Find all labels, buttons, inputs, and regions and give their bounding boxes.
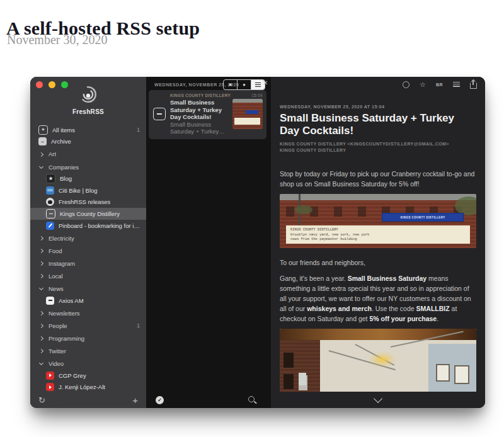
sidebar-item-companies[interactable]: Companies	[30, 161, 146, 173]
reader-view-icon[interactable]	[453, 82, 460, 87]
reader-sender-line1: KINGS COUNTY DISTILLERY <KINGSCOUNTYDIST…	[280, 141, 476, 147]
sidebar-item-label: Art	[49, 150, 56, 157]
sidebar-item-programming[interactable]: Programming	[30, 332, 146, 344]
sidebar-item-label: Local	[49, 273, 63, 280]
sidebar-item-video[interactable]: Video	[30, 358, 146, 370]
filter-unread-button[interactable]: ●	[237, 80, 251, 89]
sidebar-item-label: Newsletters	[49, 310, 80, 317]
reader-meta: WEDNESDAY, NOVEMBER 25, 2020 AT 15:04	[280, 105, 476, 109]
mark-read-icon[interactable]	[403, 81, 410, 88]
sidebar-item-all-items[interactable]: ⚑All items1	[30, 124, 146, 136]
minimize-window-button[interactable]	[49, 81, 55, 88]
sidebar-item-label: Axios AM	[59, 297, 84, 304]
chevron-right-icon[interactable]	[38, 310, 44, 316]
close-list-button[interactable]: ✕	[263, 79, 268, 86]
chevron-right-icon[interactable]	[38, 336, 44, 341]
article-time: 15:04	[251, 93, 263, 98]
mark-all-read-button[interactable]: ✓	[156, 396, 164, 404]
citibike-icon	[46, 186, 54, 195]
sidebar-item-kings-county-distillery[interactable]: Kings County Distillery	[30, 208, 146, 220]
freshrss-logo-icon	[77, 84, 99, 105]
sidebar-item-label: Instagram	[49, 260, 75, 267]
add-subscription-button[interactable]: +	[132, 395, 138, 406]
chevron-down-icon[interactable]	[374, 394, 382, 402]
bionic-reading-icon[interactable]: BR	[436, 82, 443, 87]
zoom-window-button[interactable]	[61, 81, 68, 88]
sidebar-item-news[interactable]: News	[30, 283, 146, 295]
sidebar-item-label: Video	[49, 360, 64, 367]
sidebar-item-label: Twitter	[49, 348, 66, 355]
article-list-column: ★ ● ✕ WEDNESDAY, NOVEMBER 25, 2020 KINGS…	[146, 77, 271, 408]
unread-count-badge: 1	[137, 127, 140, 133]
reader-footer	[271, 392, 485, 408]
tasting-room-image	[280, 329, 476, 392]
sidebar-item-j-kenji-l-pez-alt[interactable]: J. Kenji López-Alt	[30, 381, 146, 392]
favorite-icon[interactable]: ☆	[420, 81, 426, 88]
tray-icon: ⚑	[38, 125, 48, 135]
sidebar-item-newsletters[interactable]: Newsletters	[30, 307, 146, 319]
sidebar-item-label: Pinboard - bookmarking for introverts	[59, 222, 140, 229]
sidebar-item-art[interactable]: Art	[30, 149, 146, 161]
search-icon[interactable]	[248, 396, 255, 402]
sidebar-item-instagram[interactable]: Instagram	[30, 258, 146, 270]
github-icon	[46, 198, 54, 206]
filter-starred-button[interactable]: ★	[224, 80, 237, 89]
caption-line-3: news from the paymaster building	[290, 237, 466, 242]
chevron-down-icon[interactable]	[38, 361, 44, 366]
dash-box-icon	[46, 297, 54, 305]
chevron-right-icon[interactable]	[38, 151, 44, 157]
article-title: Small Business Saturday + Turkey Day Coc…	[170, 99, 229, 121]
chevron-down-icon[interactable]	[38, 164, 44, 170]
sidebar-item-twitter[interactable]: Twitter	[30, 345, 146, 357]
chevron-right-icon[interactable]	[38, 323, 44, 329]
sidebar-item-freshrss-releases[interactable]: FreshRSS releases	[30, 196, 146, 208]
sidebar-item-label: Citi Bike | Blog	[59, 187, 98, 194]
sidebar-item-label: News	[49, 285, 64, 292]
chevron-right-icon[interactable]	[38, 348, 44, 354]
sidebar-item-axios-am[interactable]: Axios AM	[30, 295, 146, 307]
sidebar-nav: ⚑All items1–ArchiveArtCompanies★BlogCiti…	[30, 124, 146, 392]
app-name: FreshRSS	[30, 108, 146, 115]
youtube-icon	[46, 383, 54, 391]
brick-wall-left	[280, 340, 320, 392]
sidebar-item-electricity[interactable]: Electricity	[30, 232, 146, 244]
dash-box-outline-icon	[46, 209, 55, 219]
sidebar-item-citi-bike-blog[interactable]: Citi Bike | Blog	[30, 184, 146, 196]
sidebar-item-blog[interactable]: ★Blog	[30, 173, 146, 184]
chevron-down-icon[interactable]	[38, 286, 44, 292]
reader-pane: ☆ BR WEDNESDAY, NOVEMBER 25, 2020 AT 15:…	[271, 77, 485, 408]
article-list-item[interactable]: KINGS COUNTY DISTILLERY 15:04 Small Busi…	[149, 90, 266, 139]
sidebar-item-label: J. Kenji López-Alt	[59, 383, 105, 390]
archive-icon: –	[38, 137, 47, 145]
chevron-right-icon[interactable]	[38, 236, 44, 241]
view-filter-segmented-control: ★ ●	[223, 79, 265, 90]
article-snippet: Small Business Saturday + Turkey Day Coc…	[170, 121, 229, 135]
chevron-right-icon[interactable]	[38, 273, 44, 279]
close-window-button[interactable]	[36, 81, 43, 88]
sidebar-item-pinboard-bookmarking-for-introverts[interactable]: Pinboard - bookmarking for introverts	[30, 220, 146, 232]
page-date: November 30, 2020	[7, 33, 107, 47]
sidebar-item-label: People	[49, 322, 67, 329]
share-icon[interactable]	[470, 82, 477, 89]
chevron-right-icon[interactable]	[38, 248, 44, 254]
article-card-content: KINGS COUNTY DISTILLERY 15:04 Small Busi…	[170, 93, 263, 135]
sidebar-item-label: CGP Grey	[59, 372, 86, 379]
sidebar-item-label: All items	[52, 127, 75, 133]
image-caption-box: KINGS COUNTY DISTILLERY brooklyn navy ya…	[286, 225, 470, 244]
reader-paragraph-1: Stop by today or Friday to pick up our C…	[280, 169, 476, 189]
feed-favicon-icon	[153, 108, 166, 120]
sidebar-item-cgp-grey[interactable]: CGP Grey	[30, 370, 146, 382]
star-badge-icon: ★	[46, 174, 55, 183]
sidebar-item-archive[interactable]: –Archive	[30, 136, 146, 148]
sidebar-item-people[interactable]: People1	[30, 320, 146, 332]
reader-title: Small Business Saturday + Turkey Day Coc…	[280, 112, 476, 137]
chevron-right-icon[interactable]	[38, 261, 44, 266]
sidebar-item-food[interactable]: Food	[30, 245, 146, 257]
reader-sender-line2: KINGS COUNTY DISTILLERY	[280, 147, 476, 154]
sidebar-item-local[interactable]: Local	[30, 270, 146, 282]
caption-line-2: brooklyn navy yard, new york, new york	[290, 232, 466, 237]
reader-content: WEDNESDAY, NOVEMBER 25, 2020 AT 15:04 Sm…	[280, 105, 476, 392]
refresh-icon[interactable]: ↻	[38, 395, 45, 405]
sidebar-item-label: Food	[49, 247, 62, 254]
sidebar-footer: ↻ +	[30, 392, 146, 408]
